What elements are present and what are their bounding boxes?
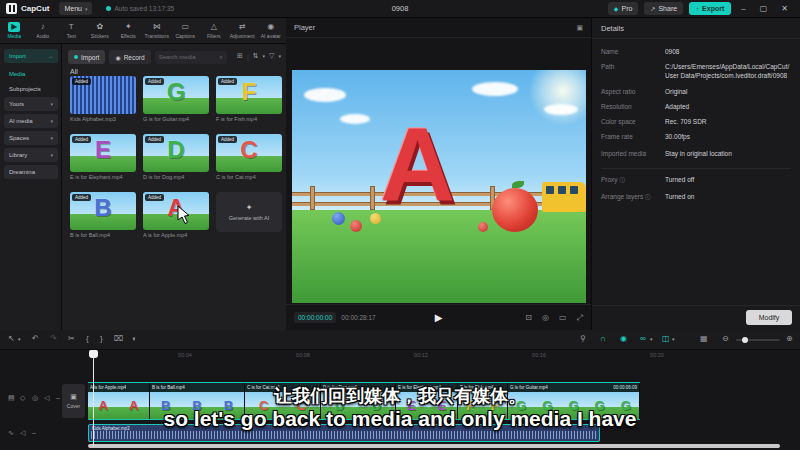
sidebar-item-subprojects[interactable]: Subprojects (4, 82, 58, 96)
detail-value: Rec. 709 SDR (665, 118, 791, 127)
sidebar-item-spaces[interactable]: Spaces▾ (4, 131, 58, 145)
generate-with-ai-button[interactable]: ✦ Generate with AI (216, 192, 282, 232)
tab-ai-avatar[interactable]: ◉AI avatar (257, 22, 286, 39)
ruler-label: 00:20 (650, 352, 664, 358)
preview-axis-icon[interactable]: ◫ (662, 335, 670, 343)
fence-post-graphic (310, 186, 315, 210)
media-icon: ▶ (8, 22, 20, 32)
ratio-icon[interactable]: ▭ (559, 313, 567, 323)
detail-label: Name (601, 48, 665, 57)
media-item-g-guitar[interactable]: AddedG G is for Guitar.mp4 (143, 76, 209, 122)
sidebar-item-yours[interactable]: Yours▾ (4, 97, 58, 111)
sidebar-item-media[interactable]: Media (4, 67, 58, 81)
timeline-toolbar: ↖ ▾ ↶ ↷ ✂ { } ⌧ ◐ ⚲ ∩ ◉ ∞ ▾ ◫ ▾ ▦ ⊖ ⊕ (0, 330, 800, 350)
info-icon: ⓘ (645, 194, 651, 200)
media-item-b-ball[interactable]: AddedB B is for Ball.mp4 (70, 192, 136, 238)
link-icon[interactable]: ∞ (640, 335, 646, 343)
split-icon[interactable]: ✂ (68, 335, 75, 343)
play-button[interactable]: ▶ (435, 312, 443, 323)
current-timecode: 00:00:00:00 (294, 312, 336, 323)
grid-view-icon[interactable]: ⊞ (237, 52, 243, 60)
undo-icon[interactable]: ↶ (32, 335, 39, 343)
subtitle-chinese: 让我们回到媒体，我只有媒体。 (0, 384, 800, 408)
delete-icon[interactable]: ⌧ (114, 335, 123, 343)
media-thumbnail[interactable]: AddedB (70, 192, 136, 230)
sun-graphic (528, 70, 586, 126)
select-tool-icon[interactable]: ↖ (8, 335, 15, 343)
detail-value: Original (665, 88, 791, 97)
total-timecode: 00:00:28:17 (341, 314, 375, 321)
tab-effects[interactable]: ✦Effects (114, 22, 143, 39)
tab-adjustment[interactable]: ⇄Adjustment (228, 22, 257, 39)
detail-value: Adapted (665, 103, 791, 112)
frame-preview-icon[interactable]: ▦ (700, 335, 708, 343)
sort-icon[interactable]: ⇅ (253, 52, 259, 60)
media-thumbnail[interactable]: AddedC (216, 134, 282, 172)
all-filter-label[interactable]: All (70, 68, 78, 75)
media-thumbnail[interactable]: AddedD (143, 134, 209, 172)
redo-icon[interactable]: ↷ (50, 335, 57, 343)
search-input[interactable] (159, 54, 220, 60)
tab-media[interactable]: ▶Media (0, 22, 29, 39)
sidebar-item-dreamina[interactable]: Dreamina (4, 165, 58, 179)
transitions-icon: ⋈ (151, 22, 163, 32)
media-item-kids-alphabet[interactable]: Added Kids Alphabet.mp3 (70, 76, 136, 122)
trim-right-icon[interactable]: } (100, 335, 103, 343)
snapshot-icon[interactable]: ⊡ (525, 313, 532, 323)
tab-transitions[interactable]: ⋈Transitions (143, 22, 172, 39)
media-item-c-cat[interactable]: AddedC C is for Cat.mp4 (216, 134, 282, 180)
ball-graphic (478, 222, 488, 232)
chevron-down-icon[interactable]: ▾ (650, 337, 653, 342)
detail-value: Turned off (665, 176, 791, 185)
media-item-d-dog[interactable]: AddedD D is for Dog.mp4 (143, 134, 209, 180)
text-icon: T (65, 22, 77, 32)
auto-snap-icon[interactable]: ◉ (620, 335, 627, 343)
tab-filters[interactable]: △Filters (200, 22, 229, 39)
zoom-in-icon[interactable]: ⊕ (786, 335, 793, 343)
details-panel: Details Name0908 PathC:/Users/Emenses/Ap… (592, 18, 800, 330)
arrow-right-icon: → (48, 53, 53, 59)
media-thumbnail[interactable]: AddedG (143, 76, 209, 114)
chevron-down-icon[interactable]: ▾ (18, 337, 21, 342)
titlebar: CapCut Menu ▾ Auto saved 13:17:35 0908 ◆… (0, 0, 800, 18)
media-thumbnail[interactable]: AddedF (216, 76, 282, 114)
cloud-graphic (472, 82, 518, 96)
trim-left-icon[interactable]: { (86, 335, 89, 343)
adjustment-icon: ⇄ (236, 22, 248, 32)
player-options-icon[interactable]: ▣ (576, 24, 583, 32)
tab-text[interactable]: TText (57, 22, 86, 39)
chevron-down-icon[interactable]: ▾ (672, 337, 675, 342)
video-preview[interactable]: A (292, 70, 586, 303)
mirror-icon[interactable]: ◐ (132, 335, 137, 343)
record-button[interactable]: ◉Record (109, 50, 150, 64)
timeline-zoom-slider[interactable] (736, 339, 780, 341)
sidebar-item-library[interactable]: Library▾ (4, 148, 58, 162)
zoom-out-icon[interactable]: ⊖ (722, 335, 729, 343)
cloud-graphic (544, 104, 578, 115)
tab-captions[interactable]: ▭Captions (171, 22, 200, 39)
tab-stickers[interactable]: ✿Stickers (86, 22, 115, 39)
fullscreen-icon[interactable]: ⤢ (577, 313, 583, 323)
media-item-f-fish[interactable]: AddedF F is for Fish.mp4 (216, 76, 282, 122)
chevron-down-icon: ▾ (263, 53, 266, 59)
media-thumbnail[interactable]: AddedE (70, 134, 136, 172)
modify-button[interactable]: Modify (746, 310, 792, 325)
project-title: 0908 (0, 4, 800, 13)
horizontal-scrollbar[interactable] (88, 444, 780, 448)
zoom-slider-knob[interactable] (742, 337, 748, 343)
voiceover-mic-icon[interactable]: ⚲ (580, 335, 586, 343)
sidebar-item-import[interactable]: Import→ (4, 49, 58, 63)
filter-icon[interactable]: ▽ (269, 52, 274, 60)
magnet-icon[interactable]: ∩ (600, 335, 606, 343)
sidebar-item-ai-media[interactable]: AI media▾ (4, 114, 58, 128)
detail-label: Proxy ⓘ (601, 176, 665, 185)
media-item-e-elephant[interactable]: AddedE E is for Elephant.mp4 (70, 134, 136, 180)
audio-icon: ♪ (37, 22, 49, 32)
ball-graphic (332, 212, 345, 225)
media-thumbnail[interactable]: Added (70, 76, 136, 114)
search-box[interactable]: ⌕ (155, 51, 227, 64)
tab-audio[interactable]: ♪Audio (29, 22, 58, 39)
captions-icon: ▭ (179, 22, 191, 32)
zoom-fit-icon[interactable]: ◎ (542, 313, 549, 323)
import-button[interactable]: Import (68, 50, 105, 64)
